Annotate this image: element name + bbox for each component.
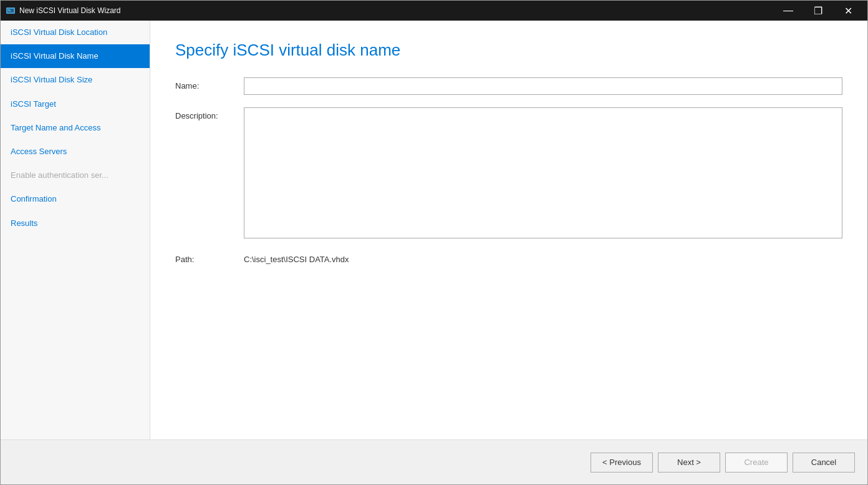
wizard-window: New iSCSI Virtual Disk Wizard — ❐ ✕ iSCS… xyxy=(0,0,868,485)
sidebar-item-results[interactable]: Results xyxy=(1,212,150,235)
page-title: Specify iSCSI virtual disk name xyxy=(175,41,842,60)
name-input[interactable] xyxy=(244,77,842,95)
sidebar-item-iscsi-virtual-disk-location[interactable]: iSCSI Virtual Disk Location xyxy=(1,21,150,44)
previous-button[interactable]: < Previous xyxy=(591,453,653,473)
next-button[interactable]: Next > xyxy=(658,453,720,473)
name-row: Name: xyxy=(175,77,842,95)
window-icon xyxy=(6,6,16,16)
cancel-button[interactable]: Cancel xyxy=(793,453,855,473)
sidebar-item-iscsi-virtual-disk-size[interactable]: iSCSI Virtual Disk Size xyxy=(1,68,150,92)
sidebar: iSCSI Virtual Disk LocationiSCSI Virtual… xyxy=(1,21,150,439)
window-title: New iSCSI Virtual Disk Wizard xyxy=(19,6,774,15)
sidebar-item-iscsi-target[interactable]: iSCSI Target xyxy=(1,92,150,116)
sidebar-item-confirmation[interactable]: Confirmation xyxy=(1,187,150,211)
title-bar: New iSCSI Virtual Disk Wizard — ❐ ✕ xyxy=(1,1,867,21)
minimize-button[interactable]: — xyxy=(774,1,803,21)
sidebar-item-iscsi-virtual-disk-name[interactable]: iSCSI Virtual Disk Name xyxy=(1,44,150,68)
description-textarea[interactable] xyxy=(244,107,842,238)
path-label: Path: xyxy=(175,251,244,264)
svg-rect-3 xyxy=(8,11,11,11)
name-label: Name: xyxy=(175,77,244,91)
restore-button[interactable]: ❐ xyxy=(804,1,832,21)
close-button[interactable]: ✕ xyxy=(834,1,862,21)
window-controls: — ❐ ✕ xyxy=(774,1,862,21)
path-row: Path: C:\isci_test\ISCSI DATA.vhdx xyxy=(175,251,842,264)
svg-rect-2 xyxy=(8,9,10,10)
sidebar-item-access-servers[interactable]: Access Servers xyxy=(1,140,150,164)
description-row: Description: xyxy=(175,107,842,238)
content-area: iSCSI Virtual Disk LocationiSCSI Virtual… xyxy=(1,21,867,439)
footer: < Previous Next > Create Cancel xyxy=(1,439,867,484)
form-area: Name: Description: Path: C:\isci_test\IS… xyxy=(175,77,842,427)
description-label: Description: xyxy=(175,107,244,120)
sidebar-item-target-name-and-access[interactable]: Target Name and Access xyxy=(1,116,150,140)
main-content: Specify iSCSI virtual disk name Name: De… xyxy=(150,21,867,439)
sidebar-item-enable-authentication: Enable authentication ser... xyxy=(1,164,150,187)
create-button[interactable]: Create xyxy=(725,453,788,473)
path-value: C:\isci_test\ISCSI DATA.vhdx xyxy=(244,251,842,264)
